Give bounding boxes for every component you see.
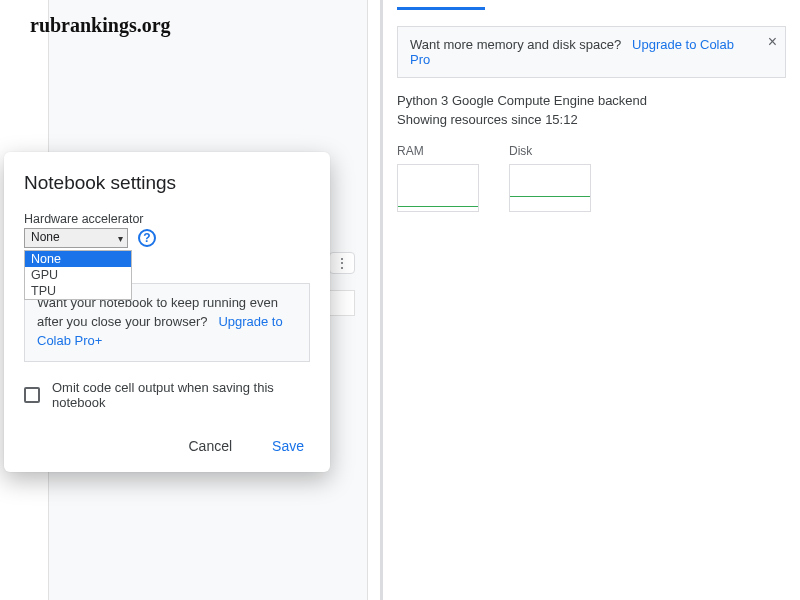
upgrade-promo: Want more memory and disk space? Upgrade… — [397, 26, 786, 78]
cell-overflow-button[interactable]: ⋮ — [329, 252, 355, 274]
chevron-down-icon: ▾ — [118, 233, 123, 244]
notebook-settings-dialog: Notebook settings Hardware accelerator N… — [4, 152, 330, 472]
hardware-accelerator-select[interactable]: None ▾ — [24, 228, 128, 248]
close-icon[interactable]: × — [471, 0, 479, 1]
omit-output-checkbox[interactable] — [24, 387, 40, 403]
tab-resources-label: Resources — [403, 0, 465, 1]
more-vert-icon: ⋮ — [335, 255, 349, 271]
disk-chart — [509, 164, 591, 212]
resources-pane: Resources × Want more memory and disk sp… — [383, 0, 800, 600]
help-icon[interactable]: ? — [138, 229, 156, 247]
promo-text: Want more memory and disk space? — [410, 37, 621, 52]
hw-option-tpu[interactable]: TPU — [25, 283, 131, 299]
backend-info: Python 3 Google Compute Engine backend S… — [397, 92, 786, 130]
dialog-title: Notebook settings — [24, 172, 310, 194]
hardware-accelerator-dropdown: None GPU TPU — [24, 250, 132, 300]
cancel-button[interactable]: Cancel — [182, 434, 238, 458]
save-button[interactable]: Save — [266, 434, 310, 458]
disk-label: Disk — [509, 144, 591, 158]
omit-output-label: Omit code cell output when saving this n… — [52, 380, 310, 410]
hw-option-none[interactable]: None — [25, 251, 131, 267]
watermark-text: rubrankings.org — [30, 14, 171, 37]
dismiss-promo-button[interactable]: × — [768, 33, 777, 51]
ram-chart — [397, 164, 479, 212]
ram-label: RAM — [397, 144, 479, 158]
backend-line: Python 3 Google Compute Engine backend — [397, 92, 786, 111]
tab-resources[interactable]: Resources × — [397, 0, 485, 10]
resources-since-line: Showing resources since 15:12 — [397, 111, 786, 130]
hardware-accelerator-value: None — [31, 230, 60, 244]
hardware-accelerator-label: Hardware accelerator — [24, 212, 310, 226]
hw-option-gpu[interactable]: GPU — [25, 267, 131, 283]
